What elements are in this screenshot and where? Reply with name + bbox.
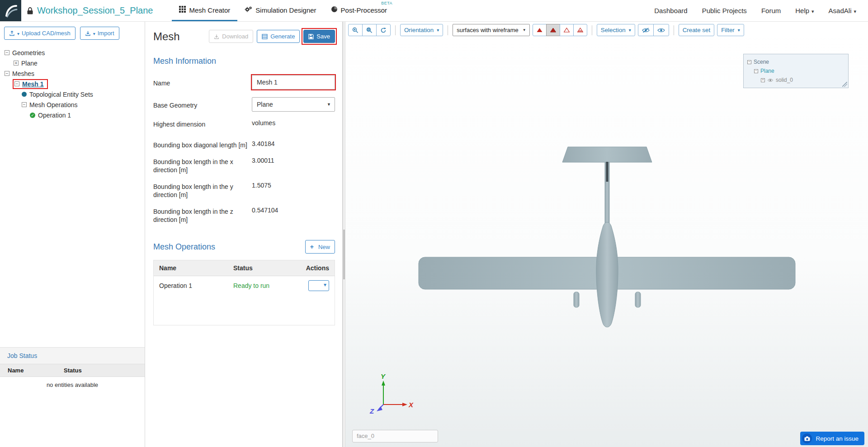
- job-status-empty-text: no entities available: [0, 377, 145, 447]
- tab-post-processor[interactable]: Post-Processor BETA: [324, 0, 395, 21]
- scene-tree-overlay[interactable]: Scene Plane solid_0: [743, 54, 849, 88]
- selection-dropdown[interactable]: Selection: [597, 24, 635, 36]
- new-operation-button[interactable]: New: [305, 240, 335, 254]
- axis-z-label: Z: [369, 407, 374, 415]
- bb-y-value: 1.5075: [252, 182, 335, 189]
- tree-item-meshes[interactable]: Meshes: [5, 68, 145, 79]
- scene-node-label: Plane: [760, 68, 774, 74]
- outline-triangle-button[interactable]: [560, 24, 574, 36]
- tree-item-mesh-1[interactable]: Mesh 1: [5, 79, 145, 89]
- tab-simulation-designer[interactable]: Simulation Designer: [237, 0, 323, 21]
- job-status-title: Job Status: [0, 347, 145, 364]
- bb-diagonal-value: 3.40184: [252, 140, 335, 147]
- sidebar-actions: Upload CAD/mesh Import: [0, 22, 145, 45]
- base-geometry-label: Base Geometry: [153, 97, 252, 109]
- axis-y-label: Y: [381, 372, 386, 380]
- hide-selection-button[interactable]: [638, 24, 654, 36]
- project-tree: Geometries Plane Meshes Mesh 1: [0, 45, 145, 120]
- create-set-button[interactable]: Create set: [679, 24, 715, 36]
- solid-triangle-icon: [537, 28, 542, 33]
- mesh-operations-title: Mesh Operations: [153, 242, 215, 252]
- tree-item-plane[interactable]: Plane: [5, 58, 145, 68]
- surface-solid-button[interactable]: [533, 24, 547, 36]
- generate-icon: [262, 34, 268, 39]
- post-processor-icon: [331, 6, 338, 14]
- nav-help-menu[interactable]: Help: [795, 7, 814, 14]
- show-all-button[interactable]: [653, 24, 669, 36]
- filter-dropdown[interactable]: Filter: [717, 24, 744, 36]
- nav-public-projects[interactable]: Public Projects: [702, 7, 747, 14]
- resize-handle[interactable]: [842, 82, 847, 87]
- zoom-in-button[interactable]: [348, 24, 363, 36]
- job-col-status: Status: [64, 367, 145, 374]
- right-gear: [635, 292, 641, 307]
- reset-view-button[interactable]: [376, 24, 391, 36]
- expand-icon[interactable]: [761, 78, 765, 82]
- wireframe-triangle-icon: [550, 28, 556, 33]
- table-row[interactable]: Operation 1 Ready to run: [154, 276, 335, 295]
- eye-icon: [657, 28, 665, 33]
- horizontal-stabilizer: [562, 147, 652, 162]
- left-gear: [574, 292, 579, 307]
- tab-label: Simulation Designer: [255, 6, 316, 14]
- viewport-toolbar: Orientation surfaces with wireframe: [348, 24, 744, 36]
- render-mode-select[interactable]: surfaces with wireframe: [453, 24, 530, 36]
- sidebar: Upload CAD/mesh Import Geometries Plane: [0, 22, 145, 447]
- mesh-triangle-icon: [577, 28, 583, 33]
- nav-dashboard[interactable]: Dashboard: [654, 7, 687, 14]
- filter-label: Filter: [721, 27, 735, 33]
- collapse-icon[interactable]: [14, 81, 19, 86]
- viewport-3d[interactable]: Orientation surfaces with wireframe: [345, 22, 868, 447]
- base-geometry-select[interactable]: Plane: [252, 97, 335, 112]
- tree-item-topological-entity-sets[interactable]: Topological Entity Sets: [5, 89, 145, 99]
- base-geometry-value: Plane: [257, 101, 273, 108]
- save-icon: [308, 34, 314, 39]
- bb-y-label: Bounding box length in the y direction […: [153, 182, 252, 199]
- report-issue-button[interactable]: Report an issue: [800, 432, 864, 445]
- save-label: Save: [316, 33, 330, 40]
- mesh-lines-button[interactable]: [573, 24, 587, 36]
- workbench-tabs: Mesh Creator Simulation Designer Post-Pr…: [172, 0, 394, 21]
- generate-button[interactable]: Generate: [257, 30, 300, 43]
- bb-x-value: 3.00011: [252, 157, 335, 164]
- orientation-dropdown[interactable]: Orientation: [400, 24, 443, 36]
- download-button[interactable]: Download: [209, 30, 253, 43]
- collapse-icon[interactable]: [5, 71, 9, 76]
- save-button[interactable]: Save: [303, 30, 335, 43]
- tab-mesh-creator[interactable]: Mesh Creator: [172, 0, 237, 21]
- operations-table: Name Status Actions Operation 1 Ready to…: [153, 260, 335, 325]
- scene-node-scene[interactable]: Scene: [747, 57, 844, 66]
- tree-item-geometries[interactable]: Geometries: [5, 47, 145, 58]
- job-status-header: Name Status: [0, 364, 145, 377]
- scrollbar-thumb[interactable]: [343, 230, 345, 279]
- operation-actions-dropdown[interactable]: [308, 280, 329, 291]
- tree-item-mesh-operations[interactable]: Mesh Operations: [5, 99, 145, 110]
- hovered-entity-box: face_0: [352, 430, 438, 442]
- collapse-icon[interactable]: [754, 69, 758, 73]
- simscale-logo[interactable]: [0, 0, 21, 21]
- mesh-name-input[interactable]: [252, 75, 335, 89]
- scene-node-plane[interactable]: Plane: [747, 66, 844, 75]
- bb-z-label: Bounding box length in the z direction […: [153, 207, 252, 224]
- operation-status: Ready to run: [233, 282, 301, 289]
- beta-badge: BETA: [381, 1, 392, 5]
- scene-node-solid[interactable]: solid_0: [747, 75, 844, 85]
- expand-icon[interactable]: [14, 61, 19, 66]
- eye-icon[interactable]: [767, 78, 774, 82]
- tree-item-operation-1[interactable]: Operation 1: [5, 110, 145, 120]
- import-label: Import: [98, 30, 114, 37]
- grid-icon: [179, 6, 186, 14]
- toolbar-separator: [448, 25, 448, 35]
- upload-cad-button[interactable]: Upload CAD/mesh: [4, 27, 75, 40]
- import-button[interactable]: Import: [80, 27, 119, 40]
- surface-wireframe-button[interactable]: [546, 24, 560, 36]
- user-menu[interactable]: AsadAli: [829, 7, 856, 14]
- collapse-icon[interactable]: [22, 102, 27, 107]
- tree-item-label: Meshes: [12, 70, 34, 77]
- nav-forum[interactable]: Forum: [761, 7, 781, 14]
- collapse-icon[interactable]: [5, 50, 9, 55]
- create-set-label: Create set: [683, 27, 711, 33]
- collapse-icon[interactable]: [747, 60, 751, 64]
- zoom-box-button[interactable]: [362, 24, 377, 36]
- upload-icon: [9, 30, 15, 36]
